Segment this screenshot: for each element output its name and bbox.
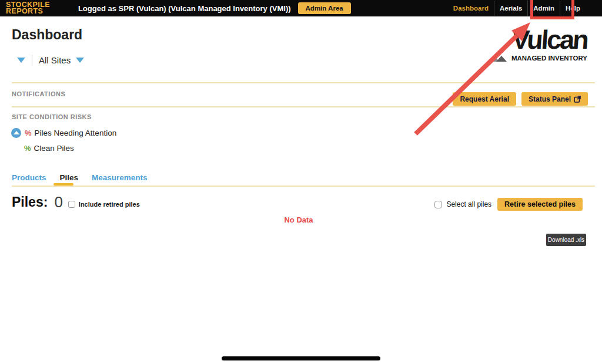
no-data-message: No Data (0, 215, 597, 224)
top-navigation: Dashboard Aerials Admin Help (448, 0, 586, 16)
piles-title: Piles: (12, 194, 48, 210)
include-retired-checkbox[interactable] (68, 201, 75, 208)
include-retired-control: Include retired piles (68, 201, 140, 208)
logged-in-as-text: Logged as SPR (Vulcan) (Vulcan Managed I… (78, 4, 291, 13)
risk-label: Piles Needing Attention (35, 129, 117, 137)
section-divider (12, 82, 595, 83)
site-filter-dropdown[interactable]: All Sites (39, 55, 71, 65)
select-all-piles-label: Select all piles (446, 200, 491, 208)
top-bar: STOCKPILE REPORTS Logged as SPR (Vulcan)… (0, 0, 602, 16)
nav-item-dashboard[interactable]: Dashboard (448, 0, 494, 16)
nav-item-help[interactable]: Help (560, 0, 586, 16)
status-panel-button[interactable]: Status Panel (521, 92, 588, 106)
pile-selection-controls: Select all piles Retire selected piles (434, 198, 583, 211)
piles-count: 0 (54, 194, 62, 210)
home-indicator-bar (222, 356, 380, 360)
include-retired-label: Include retired piles (79, 201, 140, 208)
tab-measurements[interactable]: Measurements (92, 173, 148, 182)
notifications-heading: NOTIFICATIONS (12, 90, 65, 97)
nav-item-aerials[interactable]: Aerials (494, 0, 527, 16)
header-action-buttons: Request Aerial Status Panel (453, 92, 588, 106)
logo-line2: REPORTS (6, 8, 50, 15)
site-condition-risks-heading: SITE CONDITION RISKS (12, 113, 92, 120)
risk-item-piles-needing-attention: % Piles Needing Attention (11, 128, 116, 138)
page-title: Dashboard (12, 27, 82, 43)
tabs-divider (12, 186, 595, 187)
caret-down-icon[interactable] (76, 58, 84, 63)
request-aerial-button[interactable]: Request Aerial (453, 92, 516, 106)
download-xls-button[interactable]: Download .xls (546, 234, 586, 246)
tab-products[interactable]: Products (12, 173, 46, 182)
admin-area-button[interactable]: Admin Area (298, 2, 351, 14)
percent-symbol-red: % (25, 129, 32, 137)
external-link-icon (574, 96, 581, 103)
vulcan-tagline: MANAGED INVENTORY (511, 55, 587, 62)
risk-label: Clean Piles (34, 144, 74, 153)
active-tab-underline (53, 183, 73, 186)
tab-piles[interactable]: Piles (60, 173, 79, 182)
nav-item-admin[interactable]: Admin (528, 0, 560, 16)
section-divider (12, 106, 595, 107)
percent-symbol-green: % (24, 144, 31, 153)
select-all-piles-checkbox[interactable] (434, 201, 442, 208)
up-arrow-circle-icon[interactable] (11, 128, 21, 138)
vulcan-tagline-row: MANAGED INVENTORY (491, 55, 587, 62)
content-tabs: Products Piles Measurements (12, 173, 148, 182)
caret-down-icon[interactable] (17, 58, 25, 63)
status-panel-label: Status Panel (529, 95, 571, 103)
vulcan-wordmark: Vulcan (511, 26, 588, 54)
piles-header-row: Piles: 0 Include retired piles (12, 194, 140, 210)
filter-divider (32, 55, 32, 66)
stockpile-reports-logo[interactable]: STOCKPILE REPORTS (6, 2, 50, 15)
site-filter-row: All Sites (17, 54, 84, 66)
risk-item-clean-piles: % Clean Piles (24, 144, 74, 153)
mountain-icon (491, 55, 509, 62)
retire-selected-piles-button[interactable]: Retire selected piles (497, 198, 583, 211)
request-aerial-label: Request Aerial (460, 95, 509, 103)
vulcan-brand-logo: Vulcan MANAGED INVENTORY (491, 26, 587, 62)
